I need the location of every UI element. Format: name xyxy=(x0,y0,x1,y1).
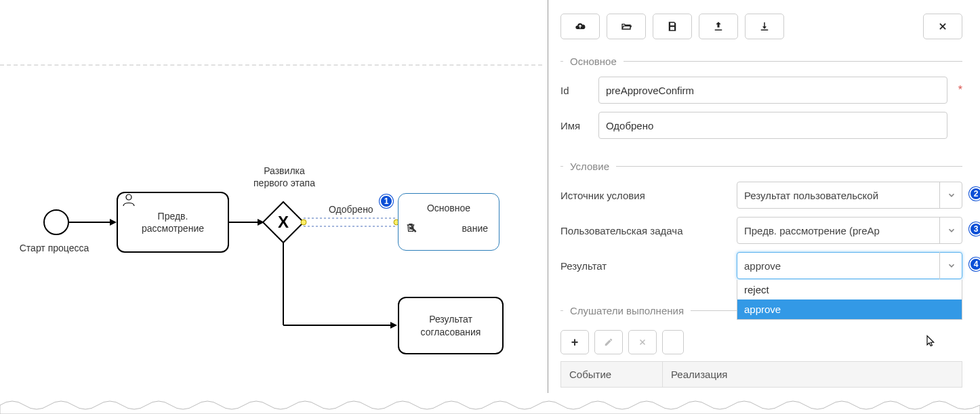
result-option-reject[interactable]: reject xyxy=(737,280,962,299)
save-button[interactable] xyxy=(653,14,692,39)
edit-listener-button[interactable] xyxy=(594,330,623,354)
task-approval-result[interactable]: Результат согласования xyxy=(398,297,504,354)
callout-marker-3: 3 xyxy=(969,222,980,236)
callout-marker-2: 2 xyxy=(969,187,980,201)
section-listeners-legend: Слушатели выполнения xyxy=(563,305,691,316)
result-label: Результат xyxy=(560,260,730,272)
cloud-upload-button[interactable] xyxy=(560,14,600,39)
section-condition-legend: Условие xyxy=(563,161,616,172)
properties-panel: Основное Id * Имя Условие Источник услов… xyxy=(548,0,975,393)
chevron-down-icon[interactable] xyxy=(939,217,962,244)
name-input[interactable] xyxy=(598,112,947,139)
svg-point-0 xyxy=(44,210,68,234)
chevron-down-icon[interactable] xyxy=(939,182,962,209)
gateway-label: Развилка первого этапа xyxy=(242,165,327,189)
listeners-col-event: Событие xyxy=(561,362,663,387)
svg-text:X: X xyxy=(278,213,289,231)
result-dropdown-list: reject approve xyxy=(737,280,962,320)
sequence-flow-label[interactable]: Одобрено xyxy=(329,204,373,215)
close-button[interactable] xyxy=(923,14,962,39)
callout-marker-1: 1 xyxy=(380,194,393,208)
move-up-button[interactable] xyxy=(662,330,684,354)
condition-source-label: Источник условия xyxy=(560,190,730,201)
required-marker: * xyxy=(958,84,962,96)
add-listener-button[interactable]: + xyxy=(560,330,589,354)
id-input[interactable] xyxy=(598,77,947,104)
section-condition: Условие Источник условия Результат польз… xyxy=(560,161,962,293)
id-label: Id xyxy=(560,85,592,96)
name-label: Имя xyxy=(560,120,592,131)
upload-button[interactable] xyxy=(699,14,738,39)
result-option-approve[interactable]: approve xyxy=(737,299,962,319)
condition-source-select[interactable]: Результат пользовательской xyxy=(737,182,962,209)
listeners-col-impl: Реализация xyxy=(663,362,962,387)
bpmn-canvas[interactable]: X Старт процесса Развилка первого этапа … xyxy=(0,0,542,393)
svg-marker-2 xyxy=(110,219,117,226)
svg-point-9 xyxy=(301,220,306,225)
callout-marker-4: 4 xyxy=(969,257,980,271)
chevron-down-icon[interactable] xyxy=(939,252,962,279)
listeners-table-header: Событие Реализация xyxy=(560,361,962,388)
section-main-legend: Основное xyxy=(563,56,624,67)
download-button[interactable] xyxy=(745,14,784,39)
user-task-label: Пользовательская задача xyxy=(560,225,730,236)
svg-marker-13 xyxy=(390,322,397,329)
start-event-label: Старт процесса xyxy=(14,243,95,253)
section-main: Основное Id * Имя xyxy=(560,56,962,152)
trash-icon[interactable] xyxy=(424,222,438,236)
panel-toolbar xyxy=(560,14,962,39)
user-task-select[interactable]: Предв. рассмотрение (preAp xyxy=(737,217,962,244)
svg-point-14 xyxy=(126,194,131,200)
open-folder-button[interactable] xyxy=(607,14,646,39)
result-select[interactable]: approve xyxy=(737,252,962,279)
remove-listener-button[interactable] xyxy=(628,330,657,354)
